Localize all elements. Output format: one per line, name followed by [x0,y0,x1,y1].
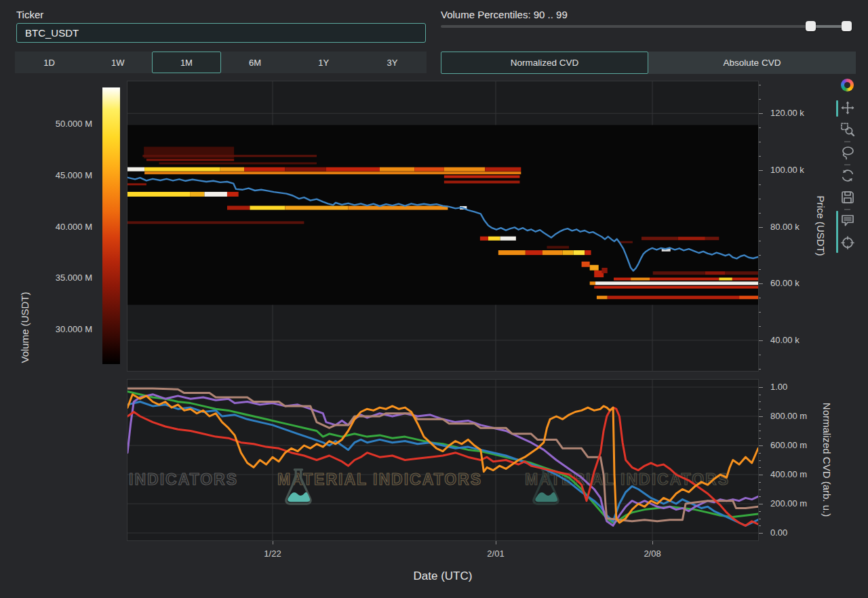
heatmap-band [719,277,732,280]
heatmap-band [732,277,758,280]
heatmap-band [653,271,705,275]
heatmap-band [142,155,317,157]
heatmap-band [631,277,650,280]
heatmap-band [227,206,250,210]
cvd-minor-tick [759,409,761,410]
price-minor-tick [759,326,761,327]
heatmap-band [594,286,758,289]
plotly-logo-icon[interactable] [841,79,854,92]
price-minor-tick [759,142,761,142]
heatmap-band [563,250,574,255]
price-minor-tick [759,85,761,85]
timeframe-button-3y[interactable]: 3Y [358,52,427,73]
heatmap-band [547,246,569,249]
heatmap-band [705,237,719,240]
price-tick-mark [759,227,763,228]
cvd-minor-tick [759,438,761,439]
crosshair-icon[interactable] [840,235,855,250]
heatmap-band [444,180,520,183]
heatmap-band [444,176,520,178]
date-tick-label: 1/22 [264,549,281,559]
cvd-minor-tick [759,519,761,519]
price-minor-tick [759,184,761,185]
lasso-select-icon[interactable] [840,145,855,160]
timeframe-button-1y[interactable]: 1Y [290,52,358,73]
heatmap-band [480,237,488,241]
cvd-minor-tick [759,401,761,402]
timeframe-button-1m[interactable]: 1M [152,52,220,73]
volume-percentiles-label: Volume Percentiles: 90 .. 99 [441,9,568,20]
volume-tick-label: 50.000 M [38,119,92,129]
heatmap-band [705,271,726,275]
heatmap-band [127,192,190,197]
heatmap-band [380,167,414,172]
price-minor-tick [759,156,761,157]
heatmap-band [146,159,234,161]
date-tick-mark [273,541,273,544]
heatmap-band [542,250,563,255]
cvd-tick-mark [759,387,763,388]
price-heatmap-plot[interactable]: MATERIAL INDICATORSMATERIAL INDICATORSMA… [127,81,759,372]
pan-icon[interactable] [840,100,855,115]
cvd-mode-button-normalized-cvd[interactable]: Normalized CVD [441,52,648,74]
volume-percentile-slider[interactable] [441,25,851,28]
cvd-minor-tick [759,490,761,490]
cvd-tick-label: 600.00 m [770,440,807,450]
heatmap-and-price-line [127,81,758,371]
price-tick-label: 40.00 k [770,335,800,345]
heatmap-band [498,250,526,255]
heatmap-band [414,167,444,172]
cvd-lines [127,380,758,540]
heatmap-band [739,296,758,299]
date-tick-label: 2/08 [644,549,660,559]
normalized-cvd-plot[interactable]: MATERIAL INDICATORSMATERIAL INDICATORSMA… [127,379,759,541]
price-minor-tick [759,298,761,298]
heatmap-band [127,183,146,185]
heatmap-band [127,167,144,172]
timeframe-button-6m[interactable]: 6M [221,52,290,73]
volume-tick-label: 35.000 M [38,273,92,283]
cvd-minor-tick [759,511,761,512]
price-minor-tick [759,241,761,241]
comments-icon[interactable] [840,213,855,228]
heatmap-band [574,250,585,255]
percentile-high-handle[interactable] [842,21,852,31]
heatmap-band [614,277,631,280]
cvd-tick-mark [759,475,763,475]
heatmap-band [601,268,607,273]
percentile-low-handle[interactable] [806,21,816,31]
price-minor-tick [759,127,761,128]
price-minor-tick [759,312,761,313]
heatmap-band [585,250,591,255]
ticker-input[interactable] [16,23,426,43]
volume-axis-title: Volume (USDT) [19,292,31,363]
cvd-minor-tick [759,467,761,468]
date-axis-title: Date (UTC) [414,570,473,583]
timeframe-button-1w[interactable]: 1W [83,52,152,73]
heatmap-band [526,250,542,255]
heatmap-band [488,237,500,241]
box-zoom-icon[interactable] [840,122,855,137]
save-icon[interactable] [840,190,855,205]
heatmap-band [597,296,608,299]
ticker-label: Ticker [16,9,43,20]
timeframe-button-1d[interactable]: 1D [15,52,83,73]
pan-active-indicator [836,100,838,117]
cvd-minor-tick [759,424,761,424]
cvd-mode-button-absolute-cvd[interactable]: Absolute CVD [648,52,856,74]
plot-modebar [834,76,864,255]
heatmap-band [144,167,220,172]
cvd-minor-tick [759,395,761,395]
heatmap-band [590,281,595,285]
heatmap-band [595,281,758,285]
heatmap-band [220,167,244,172]
price-minor-tick [759,99,761,100]
toggles-active-indicator [836,211,838,253]
heatmap-band [190,192,204,197]
reset-axes-icon[interactable] [840,168,855,183]
heatmap-band [642,237,678,240]
price-axis-title: Price (USDT) [815,195,827,256]
price-tick-mark [759,170,763,171]
price-minor-tick [759,213,761,214]
date-tick-label: 2/01 [487,549,504,559]
